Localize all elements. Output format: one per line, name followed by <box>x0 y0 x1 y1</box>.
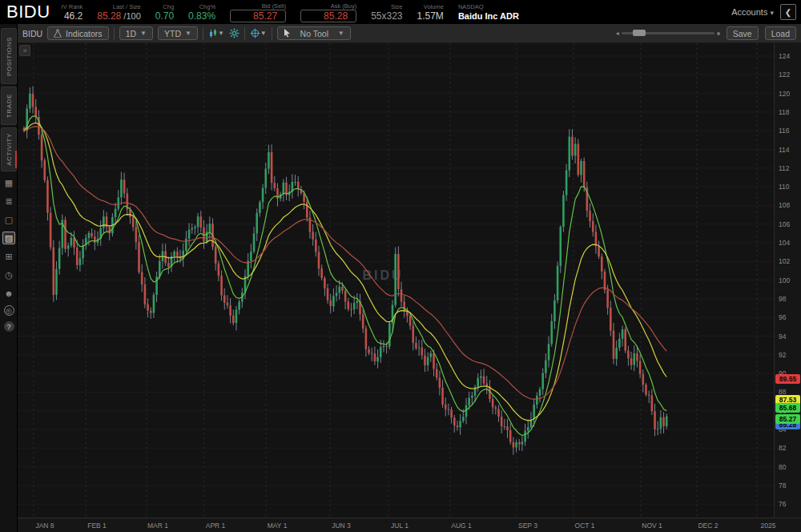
range-dropdown[interactable]: YTD▼ <box>158 26 198 40</box>
chart-zoom-slider[interactable]: ◂ <box>616 30 720 37</box>
page-icon[interactable]: ▢ <box>2 213 15 226</box>
chart-panel: BIDU Indicators 1D▼ YTD▼ ▼ <box>18 24 801 532</box>
crosshair-icon <box>250 28 260 38</box>
price-tick: 118 <box>779 108 790 116</box>
separator <box>203 27 203 40</box>
slider-handle[interactable] <box>633 30 646 36</box>
field-label: Chg <box>163 3 174 10</box>
cursor-arrow-icon <box>284 29 291 38</box>
separator <box>272 27 272 40</box>
price-tick: 124 <box>779 52 790 60</box>
apps-grid-icon[interactable]: ⊞ <box>2 250 15 263</box>
company-name: Baidu Inc ADR <box>458 10 519 22</box>
sidebar-tab-activity[interactable]: ACTIVITY <box>1 127 17 171</box>
separator <box>244 27 245 40</box>
watchlist-grid-icon[interactable]: ▦ <box>2 176 15 189</box>
active-tab-accent <box>15 151 17 168</box>
quote-fields: IV Rank46.2Last / Size85.28 /100Chg0.70C… <box>62 2 444 22</box>
chevron-down-icon: ▾ <box>770 9 774 17</box>
field-value: 0.83% <box>188 10 215 22</box>
sidebar-tab-trade[interactable]: TRADE <box>1 87 17 125</box>
gear-icon <box>229 28 239 38</box>
chevron-down-icon: ▼ <box>218 30 224 37</box>
time-tick: JUN 3 <box>332 522 351 530</box>
crosshair-dropdown[interactable]: ▼ <box>250 28 267 38</box>
price-tick: 96 <box>779 313 786 321</box>
price-tick: 102 <box>779 257 790 265</box>
price-tick: 108 <box>779 201 790 209</box>
time-tick: FEB 1 <box>87 522 107 530</box>
price-tick: 92 <box>779 351 786 359</box>
price-tick: 112 <box>779 164 790 172</box>
symbol-watermark: BIDU <box>362 268 403 282</box>
drawing-tool-dropdown[interactable]: No Tool ▼ <box>277 26 351 40</box>
quote-field: Ask (Buy)85.28 <box>300 2 356 22</box>
price-label-chip: 85.68 <box>775 403 800 413</box>
chevron-down-icon: ▼ <box>185 30 191 37</box>
chevron-down-icon: ▼ <box>260 30 267 37</box>
price-tick: 76 <box>779 500 786 508</box>
field-value: 0.70 <box>155 10 174 22</box>
chart-toolbar: BIDU Indicators 1D▼ YTD▼ ▼ <box>18 24 801 43</box>
beaker-icon <box>54 29 62 38</box>
price-axis[interactable]: 1241221201181161141121101081061041021009… <box>774 43 801 518</box>
quote-field: Chg%0.83% <box>188 3 215 22</box>
time-tick: JUL 1 <box>391 522 409 530</box>
candlestick-plot[interactable]: » BIDU <box>18 43 774 518</box>
load-button[interactable]: Load <box>765 26 796 40</box>
chart-canvas: BIDU <box>18 43 774 518</box>
chart-settings-button[interactable] <box>229 28 239 38</box>
company-block: NASDAQ Baidu Inc ADR <box>458 3 519 22</box>
field-label: Size <box>391 3 403 10</box>
time-tick: OCT 1 <box>575 522 595 530</box>
time-tick: MAR 1 <box>147 522 168 530</box>
time-tick: JAN 8 <box>35 522 54 530</box>
collapse-panel-button[interactable]: ❮ <box>780 4 796 20</box>
sidebar-tab-positions[interactable]: POSITIONS <box>1 28 17 84</box>
field-value[interactable]: 85.28 <box>300 10 356 22</box>
quote-field: Bid (Sell)85.27 <box>230 2 286 22</box>
quote-field: Size55x323 <box>371 3 402 22</box>
time-tick: AUG 1 <box>451 522 472 530</box>
field-value[interactable]: 85.27 <box>230 10 286 22</box>
price-tick: 94 <box>779 332 786 341</box>
help-icon[interactable]: ? <box>4 321 14 332</box>
save-button[interactable]: Save <box>727 26 759 40</box>
price-tick: 110 <box>779 183 790 191</box>
price-label-chip: 89.55 <box>775 374 800 384</box>
price-tick: 106 <box>779 220 790 228</box>
exchange-label: NASDAQ <box>458 3 484 10</box>
timeframe-dropdown[interactable]: 1D▼ <box>119 26 153 40</box>
follow-traders-icon[interactable]: ☻ <box>2 287 15 300</box>
quote-field: Volume1.57M <box>417 3 444 22</box>
slider-left-arrow-icon: ◂ <box>616 30 619 37</box>
list-icon[interactable]: ≣ <box>2 195 15 208</box>
accounts-dropdown[interactable]: Accounts ▾ <box>731 7 774 17</box>
chart-type-dropdown[interactable]: ▼ <box>208 29 224 38</box>
symbol-title: BIDU <box>0 2 62 22</box>
field-label: Last / Size <box>113 3 141 10</box>
quote-field: IV Rank46.2 <box>62 3 83 22</box>
price-tick: 98 <box>779 295 786 303</box>
left-sidebar: POSITIONS TRADE ACTIVITY ▦≣▢▨⊞◷☻◎? <box>0 24 18 532</box>
record-icon[interactable]: ◎ <box>4 305 14 316</box>
history-clock-icon[interactable]: ◷ <box>2 268 15 281</box>
slider-track[interactable] <box>622 32 714 34</box>
chart-icon[interactable]: ▨ <box>2 232 15 244</box>
field-label: Bid (Sell) <box>262 2 286 10</box>
price-tick: 122 <box>779 71 790 79</box>
time-axis[interactable]: JAN 8FEB 1MAR 1APR 1MAY 1JUN 3JUL 1AUG 1… <box>18 518 801 532</box>
price-tick: 104 <box>779 239 790 247</box>
field-label: Chg% <box>199 3 215 10</box>
field-value: 1.57M <box>417 10 444 22</box>
chart-symbol-tab[interactable]: BIDU <box>22 29 42 38</box>
indicators-button[interactable]: Indicators <box>47 26 109 40</box>
field-value: 46.2 <box>64 10 83 22</box>
price-label-chip: 85.27 <box>775 414 800 424</box>
separator <box>114 27 115 40</box>
candlestick-chart-icon <box>208 29 218 38</box>
trading-app: BIDU IV Rank46.2Last / Size85.28 /100Chg… <box>0 0 801 532</box>
price-tick: 78 <box>779 482 786 490</box>
expand-drawer-button[interactable]: » <box>19 45 30 56</box>
time-tick: DEC 2 <box>698 522 718 530</box>
